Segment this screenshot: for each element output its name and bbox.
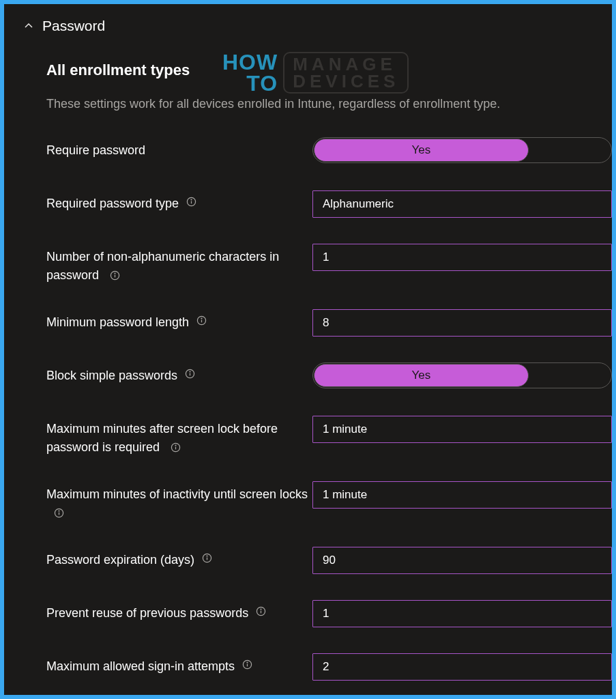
svg-point-23: [261, 609, 261, 610]
svg-point-5: [115, 273, 115, 274]
block-simple-yes[interactable]: Yes: [314, 364, 529, 387]
setting-non-alphanumeric: Number of non-alphanumeric characters in…: [46, 244, 612, 285]
info-icon[interactable]: [241, 659, 252, 670]
max-after-lock-dropdown[interactable]: 1 minute: [312, 416, 612, 443]
svg-point-26: [247, 662, 248, 663]
svg-point-8: [201, 318, 202, 319]
setting-password-type: Required password type Alphanumeric: [46, 190, 612, 219]
settings-content: All enrollment types These settings work…: [18, 61, 612, 695]
require-password-other[interactable]: [529, 138, 611, 162]
non-alphanumeric-label: Number of non-alphanumeric characters in…: [46, 250, 279, 282]
block-simple-label: Block simple passwords: [46, 367, 177, 385]
section-header[interactable]: Password: [18, 18, 612, 34]
setting-min-length: Minimum password length 8: [46, 309, 612, 338]
setting-max-attempts: Maximum allowed sign-in attempts 2: [46, 653, 612, 682]
max-after-lock-value: 1 minute: [323, 423, 367, 436]
max-attempts-value: 2: [323, 660, 329, 674]
block-simple-toggle[interactable]: Yes: [312, 362, 612, 388]
non-alphanumeric-dropdown[interactable]: 1: [312, 244, 612, 271]
setting-max-after-lock: Maximum minutes after screen lock before…: [46, 416, 612, 457]
min-length-value: 8: [323, 316, 329, 330]
require-password-toggle[interactable]: Yes: [312, 137, 612, 163]
info-icon[interactable]: [196, 315, 207, 326]
setting-max-inactivity: Maximum minutes of inactivity until scre…: [46, 481, 612, 522]
password-type-value: Alphanumeric: [323, 197, 394, 211]
max-after-lock-label: Maximum minutes after screen lock before…: [46, 422, 278, 454]
subsection-title: All enrollment types: [46, 61, 612, 79]
max-attempts-dropdown[interactable]: 2: [312, 653, 612, 681]
require-password-label: Require password: [46, 141, 145, 160]
max-inactivity-dropdown[interactable]: 1 minute: [312, 481, 612, 509]
setting-expiration: Password expiration (days) 90: [46, 547, 612, 575]
password-type-dropdown[interactable]: Alphanumeric: [312, 190, 612, 218]
info-icon[interactable]: [170, 442, 181, 453]
max-attempts-label: Maximum allowed sign-in attempts: [46, 657, 235, 676]
info-icon[interactable]: [53, 508, 64, 519]
password-settings-panel: HOW TO MANAGE DEVICES Password All enrol…: [4, 4, 612, 695]
expiration-label: Password expiration (days): [46, 551, 194, 569]
svg-point-14: [175, 445, 176, 446]
prevent-reuse-input[interactable]: 1: [312, 600, 612, 627]
svg-point-2: [191, 199, 192, 200]
password-type-label: Required password type: [46, 195, 179, 213]
max-inactivity-value: 1 minute: [323, 488, 367, 502]
info-icon[interactable]: [255, 605, 266, 616]
svg-point-17: [59, 511, 59, 511]
non-alphanumeric-value: 1: [323, 251, 329, 264]
info-icon[interactable]: [201, 552, 212, 563]
max-inactivity-label: Maximum minutes of inactivity until scre…: [46, 487, 308, 501]
min-length-label: Minimum password length: [46, 313, 189, 332]
info-icon[interactable]: [184, 368, 195, 379]
svg-point-20: [207, 556, 207, 556]
prevent-reuse-value: 1: [323, 607, 329, 620]
subsection-description: These settings work for all devices enro…: [46, 96, 612, 113]
chevron-up-icon[interactable]: [23, 20, 34, 31]
info-icon[interactable]: [186, 196, 196, 207]
svg-point-11: [190, 371, 190, 372]
require-password-yes[interactable]: Yes: [314, 139, 529, 162]
prevent-reuse-label: Prevent reuse of previous passwords: [46, 604, 248, 623]
expiration-input[interactable]: 90: [312, 547, 612, 574]
section-title: Password: [42, 18, 105, 34]
min-length-input[interactable]: 8: [312, 309, 612, 337]
setting-block-simple: Block simple passwords Yes: [46, 362, 612, 391]
info-icon[interactable]: [109, 270, 120, 281]
setting-require-password: Require password Yes: [46, 137, 612, 166]
setting-prevent-reuse: Prevent reuse of previous passwords 1: [46, 600, 612, 629]
expiration-value: 90: [323, 554, 336, 567]
block-simple-other[interactable]: [529, 363, 611, 388]
